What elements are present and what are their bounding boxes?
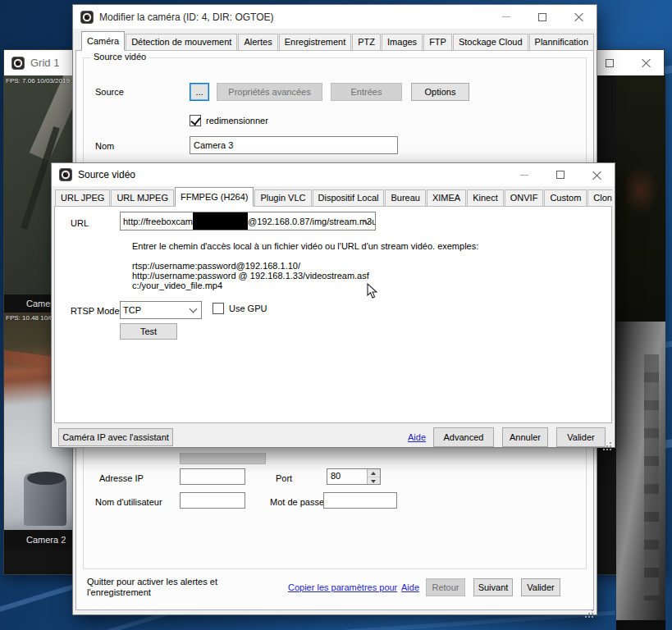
modifier-tabstrip: Caméra Détection de mouvement Alertes En… bbox=[81, 31, 594, 51]
modifier-dialog-titlebar[interactable]: Modifier la caméra (ID: 4, DIR: OGTOE) bbox=[73, 5, 597, 29]
camera-app-icon bbox=[59, 168, 72, 181]
browse-source-button[interactable]: ... bbox=[190, 83, 209, 101]
url-hint-example-http: http://username:password @ 192.168.1.33/… bbox=[132, 271, 369, 281]
minimize-icon bbox=[520, 175, 528, 176]
tab-ptz[interactable]: PTZ bbox=[352, 34, 381, 51]
url-value-prefix: http://freeboxcam bbox=[123, 217, 193, 226]
use-gpu-checkbox[interactable] bbox=[213, 303, 224, 314]
ip-address-input[interactable] bbox=[180, 468, 245, 485]
tab-plannification[interactable]: Plannification bbox=[529, 34, 594, 51]
camera0-fps-overlay: FPS: 7.06 10/03/2019 10:30:4 bbox=[6, 77, 73, 84]
minimize-icon bbox=[502, 16, 510, 17]
username-input[interactable] bbox=[180, 492, 245, 509]
username-label: Nom d'utilisateur bbox=[95, 497, 162, 507]
source-label: Source bbox=[95, 87, 124, 97]
close-button[interactable] bbox=[578, 163, 615, 186]
resize-grip[interactable] bbox=[603, 436, 611, 444]
help-link[interactable]: Aide bbox=[408, 432, 426, 442]
resize-grip[interactable] bbox=[585, 603, 593, 611]
tab-onvif[interactable]: ONVIF bbox=[505, 189, 544, 207]
tab-camera[interactable]: Caméra bbox=[81, 31, 125, 51]
tab-clone[interactable]: Clone bbox=[587, 189, 612, 207]
url-hint-example-rtsp: rtsp://username:password@192.168.1.10/ bbox=[132, 261, 300, 271]
port-decrement-button[interactable] bbox=[368, 477, 380, 485]
maximize-button[interactable] bbox=[524, 5, 560, 29]
advanced-properties-button: Propriétés avancées bbox=[217, 83, 322, 101]
maximize-icon bbox=[606, 59, 614, 67]
port-spinner[interactable]: 80 bbox=[327, 468, 381, 485]
advanced-button[interactable]: Advanced bbox=[433, 427, 494, 447]
tab-bureau[interactable]: Bureau bbox=[385, 189, 425, 207]
tab-kinect[interactable]: Kinect bbox=[467, 189, 504, 207]
tab-ximea[interactable]: XIMEA bbox=[427, 189, 466, 207]
tab-dispositif-local[interactable]: Dispositif Local bbox=[313, 189, 385, 207]
resize-checkbox[interactable] bbox=[190, 115, 201, 126]
maximize-icon bbox=[556, 171, 565, 179]
name-input[interactable] bbox=[190, 136, 398, 154]
grid-window-title: Grid 1 bbox=[30, 57, 59, 69]
minimize-button[interactable] bbox=[488, 5, 524, 29]
url-label: URL bbox=[71, 218, 89, 228]
tab-detection-mouvement[interactable]: Détection de mouvement bbox=[126, 34, 237, 51]
groupbox-label: Source vidéo bbox=[90, 52, 149, 62]
port-value[interactable]: 80 bbox=[327, 469, 367, 484]
ip-address-label: Adresse IP bbox=[99, 473, 144, 483]
url-combobox[interactable]: http://freeboxcam @192.168.0.87/img/stre… bbox=[120, 212, 376, 231]
close-icon bbox=[574, 12, 583, 21]
options-button[interactable]: Options bbox=[411, 83, 469, 101]
tab-url-jpeg[interactable]: URL JPEG bbox=[55, 189, 110, 207]
tab-images[interactable]: Images bbox=[382, 34, 423, 51]
camera1-feed[interactable] bbox=[616, 75, 665, 322]
help-link[interactable]: Aide bbox=[401, 582, 419, 592]
minimize-button[interactable] bbox=[506, 163, 542, 186]
video-shape bbox=[623, 166, 659, 215]
resize-checkbox-label[interactable]: redimensionner bbox=[206, 116, 268, 126]
maximize-button[interactable] bbox=[542, 163, 578, 186]
maximize-icon bbox=[538, 13, 546, 21]
camera2-label: Camera 2 bbox=[4, 530, 73, 549]
camera-app-icon bbox=[11, 57, 25, 70]
rtsp-mode-label: RTSP Mode bbox=[71, 306, 120, 316]
source-dialog-titlebar[interactable]: Source vidéo bbox=[52, 163, 615, 186]
tab-custom[interactable]: Custom bbox=[544, 189, 587, 207]
back-button: Retour bbox=[426, 578, 465, 596]
desktop: Grid 1 FPS: 7.06 10/03/2019 10:30:4 Came… bbox=[0, 0, 672, 630]
chevron-down-icon[interactable] bbox=[190, 305, 198, 313]
close-button[interactable] bbox=[628, 50, 664, 75]
password-input[interactable] bbox=[323, 492, 397, 509]
partially-hidden-button bbox=[180, 453, 266, 464]
tab-plugin-vlc[interactable]: Plugin VLC bbox=[254, 189, 311, 207]
tab-enregistrement[interactable]: Enregistrement bbox=[279, 34, 352, 51]
tab-url-mjpeg[interactable]: URL MJPEG bbox=[111, 189, 174, 207]
ip-camera-wizard-button[interactable]: Caméra IP avec l'assistant bbox=[58, 428, 173, 446]
video-shape bbox=[644, 354, 659, 600]
footer-note: Quitter pour activer les alertes et l'en… bbox=[87, 577, 239, 598]
camera3-feed[interactable] bbox=[616, 322, 665, 630]
validate-button[interactable]: Valider bbox=[521, 578, 560, 596]
source-video-dialog: Source vidéo URL JPEG URL MJPEG FFMPEG (… bbox=[51, 162, 615, 448]
source-dialog-title: Source vidéo bbox=[78, 169, 135, 180]
test-button[interactable]: Test bbox=[120, 323, 177, 340]
port-increment-button[interactable] bbox=[368, 469, 380, 477]
close-button[interactable] bbox=[560, 5, 597, 29]
password-label: Mot de passe bbox=[270, 497, 324, 507]
video-shape bbox=[27, 472, 65, 485]
tab-alertes[interactable]: Alertes bbox=[238, 34, 277, 51]
tab-stockage-cloud[interactable]: Stockage Cloud bbox=[453, 34, 528, 51]
source-tabstrip: URL JPEG URL MJPEG FFMPEG (H264) Plugin … bbox=[55, 187, 612, 207]
url-value-suffix: @192.168.0.87/img/stream.m3u bbox=[248, 217, 376, 226]
tab-ftp[interactable]: FTP bbox=[423, 34, 452, 51]
camera-app-icon bbox=[80, 11, 94, 24]
next-button[interactable]: Suivant bbox=[473, 578, 513, 596]
rtsp-mode-dropdown[interactable]: TCP bbox=[120, 301, 202, 319]
inputs-button: Entrées bbox=[331, 83, 402, 101]
tab-ffmpeg-h264[interactable]: FFMPEG (H264) bbox=[175, 187, 254, 207]
redaction-box bbox=[193, 212, 248, 230]
video-shape bbox=[616, 620, 665, 630]
modifier-dialog-title: Modifier la caméra (ID: 4, DIR: OGTOE) bbox=[99, 11, 274, 23]
cancel-button[interactable]: Annuler bbox=[502, 427, 548, 447]
validate-button[interactable]: Valider bbox=[556, 427, 606, 447]
copy-settings-link[interactable]: Copier les paramètres pour bbox=[288, 582, 397, 592]
use-gpu-label[interactable]: Use GPU bbox=[229, 304, 267, 313]
url-hint-example-file: c:/your_video_file.mp4 bbox=[132, 281, 222, 290]
